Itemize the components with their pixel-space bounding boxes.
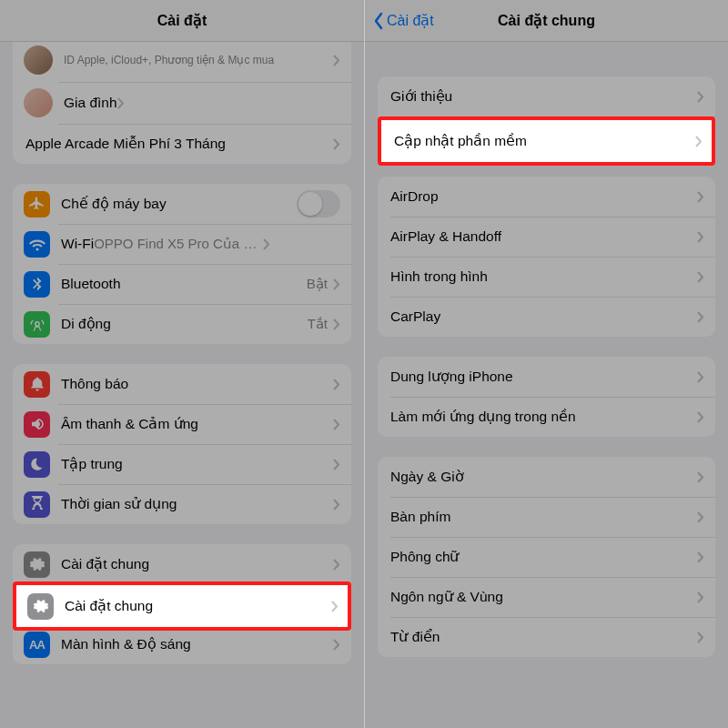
storage-row[interactable]: Dung lượng iPhone: [378, 357, 715, 397]
datetime-label: Ngày & Giờ: [390, 468, 697, 485]
bluetooth-label: Bluetooth: [61, 275, 307, 292]
apple-id-row[interactable]: ID Apple, iCloud+, Phương tiện & Mục mua: [13, 42, 351, 82]
chevron-right-icon: [333, 55, 340, 66]
speaker-icon: [24, 411, 50, 438]
chevron-right-icon: [263, 238, 270, 250]
general-label: Cài đặt chung: [61, 555, 333, 572]
avatar-icon: [24, 46, 53, 75]
chevron-right-icon: [697, 191, 704, 203]
airplane-row[interactable]: Chế độ máy bay: [13, 184, 351, 224]
general-header: Cài đặt Cài đặt chung: [365, 0, 728, 42]
wifi-label: Wi-Fi: [61, 235, 94, 252]
notifications-label: Thông báo: [61, 375, 333, 392]
chevron-right-icon: [697, 231, 704, 243]
software-update-highlight-label: Cập nhật phần mềm: [392, 133, 695, 149]
airplane-toggle[interactable]: [297, 190, 340, 217]
chevron-right-icon: [697, 471, 704, 483]
chevron-right-icon: [333, 138, 340, 150]
chevron-right-icon: [331, 601, 339, 612]
chevron-right-icon: [333, 639, 340, 651]
storage-label: Dung lượng iPhone: [390, 368, 697, 385]
airplane-label: Chế độ máy bay: [61, 195, 297, 212]
back-label: Cài đặt: [387, 12, 434, 29]
chevron-right-icon: [697, 551, 704, 563]
bgrefresh-label: Làm mới ứng dụng trong nền: [390, 408, 697, 425]
settings-panel: Cài đặt ID Apple, iCloud+, Phương tiện &…: [0, 0, 364, 728]
keyboard-row[interactable]: Bàn phím: [378, 497, 715, 537]
general-row[interactable]: Cài đặt chung: [13, 544, 351, 584]
airplay-label: AirPlay & Handoff: [390, 228, 697, 245]
bluetooth-value: Bật: [307, 276, 328, 292]
gear-icon: [27, 593, 54, 620]
screentime-row[interactable]: Thời gian sử dụng: [13, 484, 351, 524]
carplay-row[interactable]: CarPlay: [378, 297, 715, 337]
wifi-row[interactable]: Wi-Fi OPPO Find X5 Pro Của Hội: [13, 224, 351, 264]
fonts-label: Phông chữ: [390, 548, 697, 565]
cellular-label: Di động: [61, 315, 308, 332]
display-label: Màn hình & Độ sáng: [61, 635, 333, 652]
airplay-row[interactable]: AirPlay & Handoff: [378, 217, 715, 257]
chevron-right-icon: [333, 559, 340, 571]
fonts-row[interactable]: Phông chữ: [378, 537, 715, 577]
family-row[interactable]: Gia đình: [13, 82, 351, 124]
bluetooth-row[interactable]: Bluetooth Bật: [13, 264, 351, 304]
antenna-icon: [24, 311, 50, 338]
chevron-right-icon: [697, 592, 704, 603]
wifi-icon: [24, 231, 50, 258]
airdrop-label: AirDrop: [390, 187, 697, 205]
hourglass-icon: [24, 491, 50, 518]
gear-icon: [24, 551, 50, 578]
bgrefresh-row[interactable]: Làm mới ứng dụng trong nền: [378, 397, 715, 437]
about-label: Giới thiệu: [390, 87, 697, 105]
about-row[interactable]: Giới thiệu: [378, 76, 715, 116]
moon-icon: [24, 451, 50, 478]
chevron-right-icon: [333, 278, 340, 290]
dictionary-row[interactable]: Từ điển: [378, 617, 715, 657]
chevron-right-icon: [697, 411, 704, 423]
settings-header: Cài đặt: [0, 0, 364, 42]
chevron-right-icon: [697, 511, 704, 523]
airdrop-row[interactable]: AirDrop: [378, 177, 715, 217]
software-update-highlight[interactable]: Cập nhật phần mềm: [378, 116, 715, 166]
chevron-right-icon: [697, 91, 704, 103]
cellular-row[interactable]: Di động Tắt: [13, 304, 351, 344]
text-size-icon: AA: [24, 632, 50, 658]
family-avatar-icon: [24, 88, 53, 117]
general-highlight-label: Cài đặt chung: [65, 598, 331, 614]
arcade-row[interactable]: Apple Arcade Miễn Phí 3 Tháng: [13, 124, 351, 164]
carplay-label: CarPlay: [390, 308, 697, 325]
pip-label: Hình trong hình: [390, 268, 697, 285]
general-settings-panel: Cài đặt Cài đặt chung Giới thiệu Cập nhậ…: [364, 0, 728, 728]
notifications-row[interactable]: Thông báo: [13, 364, 351, 404]
general-highlight[interactable]: Cài đặt chung: [13, 581, 351, 631]
language-label: Ngôn ngữ & Vùng: [390, 588, 697, 605]
chevron-right-icon: [333, 419, 340, 430]
chevron-right-icon: [333, 459, 340, 470]
focus-row[interactable]: Tập trung: [13, 444, 351, 484]
datetime-row[interactable]: Ngày & Giờ: [378, 457, 715, 497]
chevron-right-icon: [697, 632, 704, 643]
bluetooth-icon: [24, 271, 50, 298]
chevron-left-icon: [372, 12, 385, 30]
sound-row[interactable]: Âm thanh & Cảm ứng: [13, 404, 351, 444]
chevron-right-icon: [333, 499, 340, 511]
wifi-value: OPPO Find X5 Pro Của Hội: [94, 236, 258, 252]
chevron-right-icon: [695, 136, 703, 147]
dictionary-label: Từ điển: [390, 628, 697, 645]
focus-label: Tập trung: [61, 455, 333, 472]
pip-row[interactable]: Hình trong hình: [378, 257, 715, 297]
chevron-right-icon: [117, 97, 125, 109]
family-label: Gia đình: [64, 94, 117, 111]
general-title: Cài đặt chung: [498, 12, 595, 29]
chevron-right-icon: [697, 271, 704, 283]
chevron-right-icon: [333, 379, 340, 390]
back-button[interactable]: Cài đặt: [372, 12, 434, 30]
chevron-right-icon: [697, 371, 704, 383]
chevron-right-icon: [333, 318, 340, 330]
settings-title: Cài đặt: [157, 12, 207, 29]
language-row[interactable]: Ngôn ngữ & Vùng: [378, 577, 715, 617]
screentime-label: Thời gian sử dụng: [61, 495, 333, 512]
cellular-value: Tắt: [308, 316, 328, 332]
sound-label: Âm thanh & Cảm ứng: [61, 415, 333, 432]
chevron-right-icon: [697, 311, 704, 323]
